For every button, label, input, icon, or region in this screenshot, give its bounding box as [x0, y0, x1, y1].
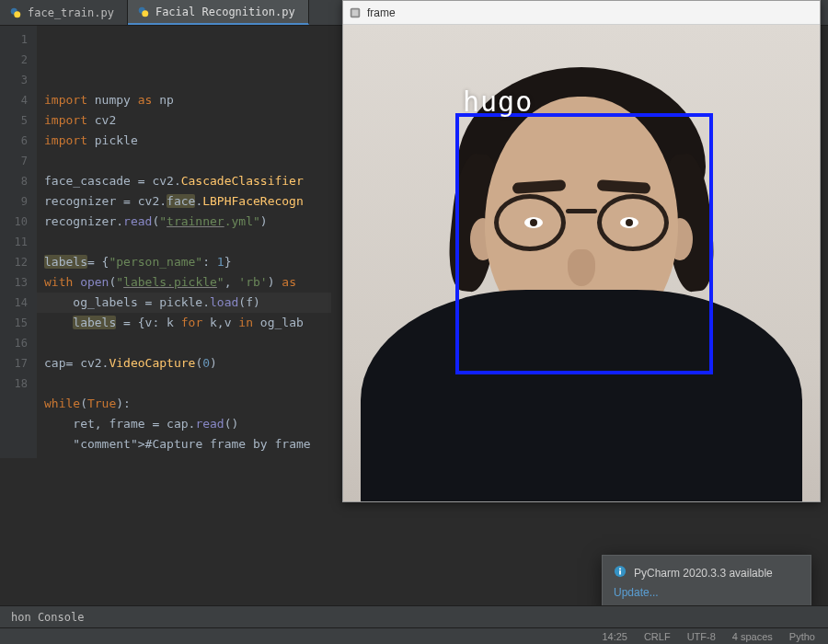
- line-separator[interactable]: CRLF: [644, 631, 671, 642]
- status-bar: 14:25 CRLF UTF-8 4 spaces Pytho: [0, 627, 828, 644]
- interpreter[interactable]: Pytho: [789, 631, 815, 642]
- face-detection-box: [455, 113, 713, 374]
- svg-rect-8: [619, 569, 621, 570]
- code-editor[interactable]: 123456789101112131415161718 import numpy…: [0, 26, 331, 458]
- window-titlebar[interactable]: frame: [343, 1, 820, 25]
- update-notification[interactable]: PyCharm 2020.3.3 available Update...: [602, 555, 811, 611]
- face-detection-label: hugo: [463, 86, 533, 118]
- camera-frame: hugo: [343, 25, 820, 501]
- opencv-frame-window[interactable]: frame hugo: [342, 0, 821, 502]
- update-link[interactable]: Update...: [614, 586, 659, 599]
- tab-label: face_train.py: [28, 6, 114, 19]
- svg-point-3: [142, 10, 148, 17]
- tab-facial-recognition[interactable]: Facial Recognition.py: [128, 0, 309, 25]
- notification-title: PyCharm 2020.3.3 available: [634, 567, 773, 580]
- python-file-icon: [137, 6, 150, 18]
- caret-position[interactable]: 14:25: [602, 631, 627, 642]
- python-console-tab[interactable]: hon Console: [11, 611, 84, 624]
- svg-rect-7: [619, 570, 621, 574]
- line-number-gutter: 123456789101112131415161718: [0, 26, 37, 458]
- tab-label: Facial Recognition.py: [155, 6, 295, 18]
- tab-face-train[interactable]: face_train.py: [0, 0, 128, 25]
- code-area[interactable]: import numpy as np import cv2 import pic…: [37, 26, 331, 458]
- svg-point-1: [14, 11, 20, 17]
- file-encoding[interactable]: UTF-8: [687, 631, 716, 642]
- svg-rect-5: [352, 9, 359, 16]
- info-icon: [614, 565, 627, 581]
- window-app-icon: [349, 6, 362, 19]
- indent-setting[interactable]: 4 spaces: [732, 631, 773, 642]
- tool-window-bar[interactable]: hon Console: [0, 605, 828, 627]
- window-title: frame: [367, 6, 396, 19]
- python-file-icon: [9, 6, 22, 19]
